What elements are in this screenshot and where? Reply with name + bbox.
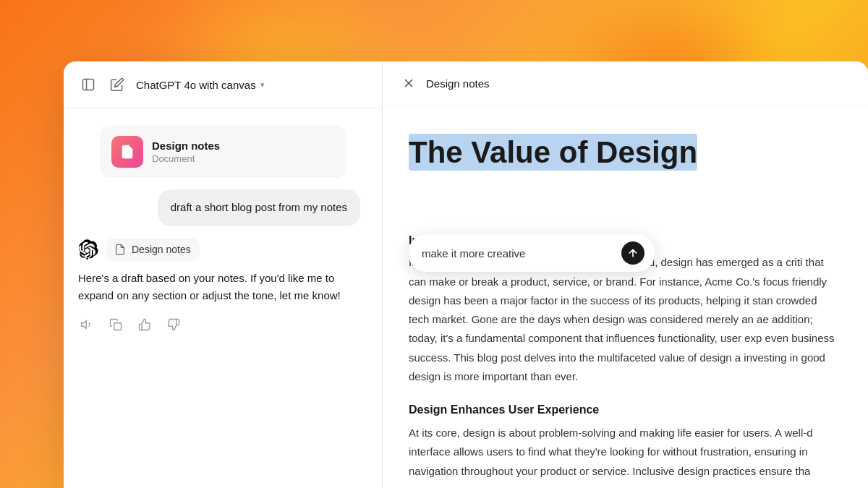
- model-name: ChatGPT 4o with canvas: [136, 79, 256, 91]
- thumbs-down-button[interactable]: [165, 316, 182, 333]
- article-title: The Value of Design: [409, 134, 697, 171]
- inline-send-button[interactable]: [621, 241, 644, 265]
- doc-title: Design notes: [152, 140, 220, 152]
- chat-header: ChatGPT 4o with canvas ▾: [64, 61, 382, 108]
- chevron-down-icon: ▾: [260, 80, 265, 90]
- thumbs-up-button[interactable]: [136, 316, 153, 333]
- design-notes-reference: Design notes: [106, 238, 200, 261]
- canvas-content: The Value of Design Introduc In an incre…: [383, 106, 868, 488]
- design-notes-ref-label: Design notes: [132, 244, 191, 255]
- new-chat-button[interactable]: [107, 74, 127, 95]
- sidebar-toggle-button[interactable]: [78, 74, 98, 95]
- svg-marker-4: [82, 320, 87, 328]
- reaction-bar: [78, 316, 367, 333]
- doc-info: Design notes Document: [152, 140, 220, 164]
- assistant-response: Design notes Here's a draft based on you…: [78, 238, 367, 333]
- doc-subtitle: Document: [152, 153, 220, 164]
- inline-edit-input[interactable]: [422, 247, 614, 260]
- assistant-response-text: Here's a draft based on your notes. If y…: [78, 270, 367, 304]
- user-message-text: draft a short blog post from my notes: [171, 201, 347, 213]
- canvas-title: Design notes: [426, 77, 490, 90]
- assistant-header: Design notes: [78, 238, 367, 261]
- document-card[interactable]: Design notes Document: [100, 126, 346, 178]
- user-message-container: draft a short blog post from my notes: [78, 189, 367, 226]
- app-container: ChatGPT 4o with canvas ▾ Design notes: [64, 61, 868, 488]
- model-selector[interactable]: ChatGPT 4o with canvas ▾: [136, 79, 265, 91]
- assistant-avatar: [78, 239, 98, 260]
- article-title-text: The Value of Design: [409, 134, 697, 171]
- intro-paragraph: In an increasingly competitive and fast-…: [409, 253, 839, 386]
- section2-heading: Design Enhances User Experience: [409, 403, 839, 416]
- copy-button[interactable]: [107, 316, 124, 333]
- chat-panel: ChatGPT 4o with canvas ▾ Design notes: [64, 61, 382, 488]
- svg-rect-0: [83, 80, 94, 90]
- section2-paragraph: At its core, design is about problem-sol…: [409, 424, 839, 481]
- canvas-panel: Design notes The Value of Design Introdu…: [382, 61, 868, 488]
- speak-button[interactable]: [78, 316, 95, 333]
- inline-edit-box: [409, 234, 655, 272]
- canvas-header: Design notes: [383, 61, 868, 106]
- user-message-bubble: draft a short blog post from my notes: [158, 189, 360, 226]
- doc-icon: [111, 136, 143, 168]
- close-canvas-button[interactable]: [400, 74, 417, 92]
- svg-rect-5: [114, 322, 122, 330]
- chat-content: Design notes Document draft a short blog…: [64, 108, 382, 488]
